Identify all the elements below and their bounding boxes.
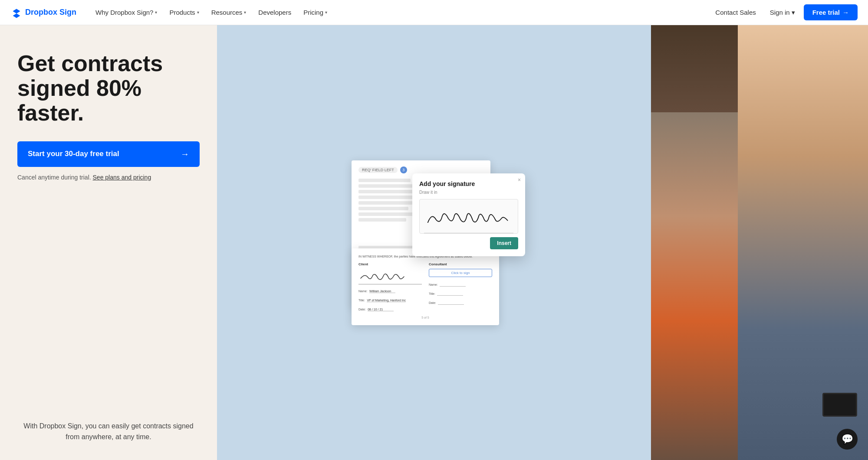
signature-modal: × Add your signature Draw it in Insert — [412, 173, 525, 256]
nav-pricing[interactable]: Pricing ▾ — [298, 5, 332, 20]
cancel-text: Cancel anytime during trial. See plans a… — [17, 174, 200, 181]
dropbox-logo-icon — [10, 7, 23, 19]
consultant-date-row: Date: — [429, 298, 492, 306]
navbar: Dropbox Sign Why Dropbox Sign? ▾ Product… — [0, 0, 868, 25]
hero-bottom-text: With Dropbox Sign, you can easily get co… — [17, 403, 200, 443]
hero-center: REQ' FIELD LEFT 3 — [217, 25, 651, 460]
doc-line — [358, 179, 411, 182]
consultant-column: Consultant Click to sign Name: Title: — [429, 262, 492, 313]
why-chevron-icon: ▾ — [155, 10, 157, 15]
sign-in-link[interactable]: Sign in ▾ — [765, 5, 800, 20]
client-title-row: Title: VP of Marketing, Hanford Inc — [358, 295, 422, 303]
consultant-title-row: Title: — [429, 289, 492, 297]
doc-back-header: REQ' FIELD LEFT 3 — [358, 166, 483, 173]
signature-svg — [420, 203, 518, 229]
free-trial-arrow-icon: → — [842, 9, 849, 16]
page-wrapper: Get contracts signed 80% faster. Start y… — [0, 25, 868, 460]
click-to-sign-button[interactable]: Click to sign — [429, 269, 492, 277]
nav-why[interactable]: Why Dropbox Sign? ▾ — [90, 5, 162, 20]
doc-line — [358, 207, 408, 210]
doc-line — [358, 212, 417, 216]
cta-arrow-icon: → — [181, 149, 189, 159]
client-date-row: Date: 08 / 10 / 21 — [358, 304, 422, 312]
req-field-badge: REQ' FIELD LEFT — [358, 167, 398, 173]
products-chevron-icon: ▾ — [197, 10, 199, 15]
consultant-label: Consultant — [429, 262, 492, 266]
contact-sales-link[interactable]: Contact Sales — [710, 5, 761, 20]
resources-chevron-icon: ▾ — [244, 10, 246, 15]
doc-line — [358, 190, 415, 193]
doc-line — [358, 201, 419, 205]
logo[interactable]: Dropbox Sign — [10, 7, 76, 19]
signature-baseline — [424, 233, 513, 233]
doc-bottom: IN WITNESS WHEREOF, the parties have exe… — [352, 248, 499, 325]
doc-line — [358, 184, 419, 188]
consultant-name-row: Name: — [429, 280, 492, 287]
client-sig-svg — [358, 269, 411, 282]
signin-chevron-icon: ▾ — [792, 9, 795, 16]
insert-button[interactable]: Insert — [490, 237, 518, 249]
nav-right: Contact Sales Sign in ▾ Free trial → — [710, 4, 858, 20]
page-number: 5 of 5 — [358, 316, 492, 319]
hero-right — [651, 25, 868, 460]
tablet — [822, 393, 857, 417]
nav-products[interactable]: Products ▾ — [164, 5, 204, 20]
hero-left: Get contracts signed 80% faster. Start y… — [0, 25, 217, 460]
modal-subtitle: Draw it in — [419, 190, 518, 195]
client-signature — [358, 269, 422, 284]
pricing-chevron-icon: ▾ — [325, 10, 327, 15]
chat-bubble-button[interactable]: 💬 — [837, 429, 858, 450]
nav-resources[interactable]: Resources ▾ — [206, 5, 252, 20]
signature-columns: Client Name: William Jackson Title: — [358, 262, 492, 313]
hero-headline: Get contracts signed 80% faster. — [17, 51, 200, 126]
nav-developers[interactable]: Developers — [253, 5, 296, 20]
client-name-row: Name: William Jackson — [358, 286, 422, 294]
cta-button[interactable]: Start your 30-day free trial → — [17, 141, 200, 167]
modal-close-button[interactable]: × — [518, 177, 521, 183]
signature-canvas[interactable] — [419, 199, 518, 234]
see-plans-link[interactable]: See plans and pricing — [93, 174, 151, 181]
doc-line — [358, 218, 406, 222]
client-label: Client — [358, 262, 422, 266]
chat-icon: 💬 — [842, 434, 853, 445]
free-trial-button[interactable]: Free trial → — [804, 4, 858, 20]
req-field-count: 3 — [400, 166, 407, 173]
doc-mockup: REQ' FIELD LEFT 3 — [352, 160, 516, 325]
modal-title: Add your signature — [419, 180, 518, 187]
nav-links: Why Dropbox Sign? ▾ Products ▾ Resources… — [90, 5, 710, 20]
doc-line — [358, 196, 413, 199]
client-column: Client Name: William Jackson Title: — [358, 262, 422, 313]
hero-photo — [651, 25, 868, 460]
logo-text: Dropbox Sign — [25, 8, 76, 17]
